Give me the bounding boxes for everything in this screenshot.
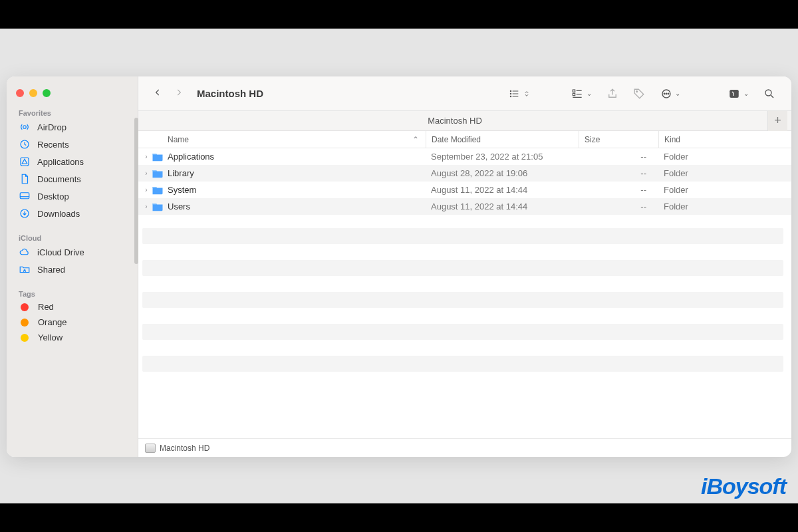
file-kind: Folder — [658, 152, 791, 162]
column-headers: Name ⌃ Date Modified Size Kind — [138, 131, 791, 148]
disclosure-triangle-icon[interactable]: › — [138, 203, 150, 210]
file-size: -- — [579, 168, 658, 178]
svg-point-17 — [765, 90, 771, 96]
svg-point-0 — [23, 126, 27, 129]
sidebar: Favorites AirDrop Recents Applications D… — [7, 76, 138, 457]
desktop-icon — [19, 190, 31, 202]
svg-point-8 — [510, 96, 511, 96]
zoom-window-button[interactable] — [43, 89, 51, 97]
tag-dot-icon — [21, 303, 29, 311]
sidebar-tag-red[interactable]: Red — [7, 299, 138, 315]
disclosure-triangle-icon[interactable]: › — [138, 186, 150, 194]
tags-button[interactable] — [629, 85, 649, 102]
new-tab-button[interactable]: + — [767, 111, 787, 131]
svg-point-14 — [666, 93, 667, 94]
sidebar-item-desktop[interactable]: Desktop — [7, 188, 138, 205]
table-row[interactable]: › System August 11, 2022 at 14:44 -- Fol… — [138, 182, 791, 198]
sidebar-item-label: Desktop — [37, 192, 69, 201]
chevron-down-icon: ⌄ — [587, 90, 592, 97]
folder-icon — [152, 152, 164, 162]
hard-drive-icon — [145, 444, 156, 453]
sidebar-item-recents[interactable]: Recents — [7, 136, 138, 153]
sidebar-scrollbar[interactable] — [134, 118, 138, 264]
file-date: August 11, 2022 at 14:44 — [426, 201, 579, 211]
column-date-header[interactable]: Date Modified — [426, 131, 579, 148]
chevron-down-icon: ⌄ — [675, 90, 680, 97]
table-row[interactable]: › Users August 11, 2022 at 14:44 -- Fold… — [138, 198, 791, 215]
tab-active[interactable]: Macintosh HD — [142, 116, 767, 126]
svg-point-11 — [636, 90, 638, 92]
forward-button[interactable] — [172, 84, 186, 104]
document-icon — [19, 173, 31, 185]
sidebar-item-documents[interactable]: Documents — [7, 170, 138, 188]
column-name-header[interactable]: Name ⌃ — [138, 135, 426, 144]
file-name: System — [168, 185, 426, 195]
sidebar-section-tags: Tags — [7, 287, 138, 299]
table-row[interactable]: › Applications September 23, 2022 at 21:… — [138, 148, 791, 165]
empty-row-stripe — [142, 356, 783, 372]
tag-dot-icon — [21, 334, 29, 342]
search-button[interactable] — [759, 85, 779, 102]
sidebar-item-label: Applications — [37, 157, 84, 167]
sidebar-item-icloud-drive[interactable]: iCloud Drive — [7, 243, 138, 261]
view-list-button[interactable] — [504, 86, 534, 102]
svg-rect-10 — [573, 93, 575, 95]
file-kind: Folder — [658, 185, 791, 195]
sidebar-section-favorites: Favorites — [7, 106, 138, 118]
sidebar-item-label: Yellow — [38, 332, 63, 342]
file-kind: Folder — [658, 201, 791, 211]
file-size: -- — [579, 152, 658, 162]
file-date: September 23, 2022 at 21:05 — [426, 152, 579, 162]
column-size-header[interactable]: Size — [579, 131, 658, 148]
back-button[interactable] — [150, 84, 165, 104]
disclosure-triangle-icon[interactable]: › — [138, 153, 150, 160]
sidebar-item-label: Documents — [37, 174, 81, 184]
sidebar-item-applications[interactable]: Applications — [7, 153, 138, 170]
cloud-icon — [19, 246, 31, 258]
airdrop-icon — [19, 121, 31, 133]
sort-ascending-icon: ⌃ — [412, 135, 419, 144]
empty-row-stripe — [142, 260, 783, 276]
sidebar-item-label: AirDrop — [37, 122, 66, 132]
table-row[interactable]: › Library August 28, 2022 at 19:06 -- Fo… — [138, 165, 791, 182]
group-by-button[interactable]: ⌄ — [566, 86, 596, 102]
chevron-down-icon: ⌄ — [743, 90, 749, 97]
share-button[interactable] — [602, 85, 622, 102]
file-size: -- — [579, 185, 658, 195]
folder-icon — [152, 201, 164, 211]
svg-rect-3 — [20, 193, 29, 199]
sidebar-tag-orange[interactable]: Orange — [7, 315, 138, 330]
svg-rect-16 — [730, 90, 739, 98]
folder-icon — [152, 185, 164, 195]
folder-icon — [152, 168, 164, 178]
shared-folder-icon — [19, 263, 31, 275]
empty-row-stripe — [142, 292, 783, 308]
sidebar-item-shared[interactable]: Shared — [7, 261, 138, 278]
clock-icon — [19, 138, 31, 150]
sidebar-item-airdrop[interactable]: AirDrop — [7, 118, 138, 136]
sidebar-item-label: Orange — [38, 317, 66, 327]
path-location: Macintosh HD — [160, 444, 209, 453]
svg-point-6 — [510, 90, 511, 91]
file-list: › Applications September 23, 2022 at 21:… — [138, 148, 791, 215]
preview-toggle-button[interactable]: ⌄ — [723, 85, 753, 102]
sidebar-item-label: Downloads — [37, 209, 80, 219]
path-bar[interactable]: Macintosh HD — [138, 438, 791, 457]
sidebar-item-downloads[interactable]: Downloads — [7, 205, 138, 222]
window-controls — [7, 84, 138, 106]
column-kind-header[interactable]: Kind — [658, 131, 791, 148]
sidebar-tag-yellow[interactable]: Yellow — [7, 330, 138, 345]
watermark-logo: iBoysoft — [701, 473, 786, 499]
tab-bar: Macintosh HD + — [138, 111, 791, 131]
close-window-button[interactable] — [16, 89, 24, 97]
sidebar-item-label: iCloud Drive — [37, 247, 84, 257]
main-panel: Macintosh HD ⌄ — [138, 76, 791, 457]
action-menu-button[interactable]: ⌄ — [656, 85, 684, 102]
svg-point-7 — [510, 93, 511, 94]
empty-row-stripe — [142, 324, 783, 340]
file-name: Users — [168, 201, 426, 211]
disclosure-triangle-icon[interactable]: › — [138, 170, 150, 177]
minimize-window-button[interactable] — [29, 89, 37, 97]
sidebar-item-label: Red — [38, 302, 54, 312]
file-kind: Folder — [658, 168, 791, 178]
